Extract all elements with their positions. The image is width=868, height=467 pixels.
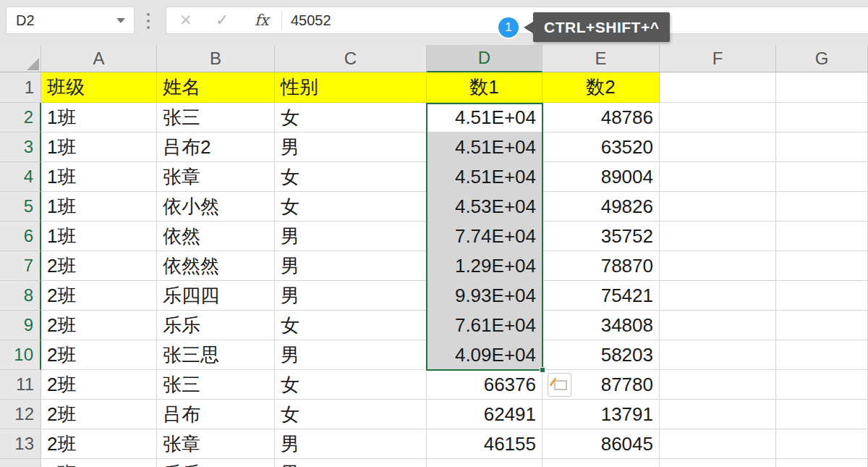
cell-C2[interactable]: 女 xyxy=(275,103,427,132)
cell-G2[interactable] xyxy=(776,103,868,132)
select-all-corner[interactable] xyxy=(0,45,41,72)
cell-C11[interactable]: 女 xyxy=(275,370,427,400)
column-header-g[interactable]: G xyxy=(776,45,868,72)
cell-F13[interactable] xyxy=(660,429,776,459)
cell-E12[interactable]: 13791 xyxy=(542,400,660,429)
row-header-12[interactable]: 12 xyxy=(0,400,41,429)
cell-B3[interactable]: 吕布2 xyxy=(157,132,275,162)
cell-E8[interactable]: 75421 xyxy=(542,281,660,311)
cell-D1[interactable]: 数1 xyxy=(427,72,542,103)
cell-D8[interactable]: 9.93E+04 xyxy=(427,281,542,311)
cell-B11[interactable]: 张三 xyxy=(157,370,275,400)
cell-G7[interactable] xyxy=(776,251,868,281)
cell-F11[interactable] xyxy=(660,370,776,400)
cell-F8[interactable] xyxy=(660,281,776,311)
cell-D13[interactable]: 46155 xyxy=(427,429,542,459)
cell-G11[interactable] xyxy=(776,370,868,400)
row-header-2[interactable]: 2 xyxy=(0,103,41,132)
formula-bar-input[interactable]: 45052 xyxy=(291,12,331,29)
cell-D10[interactable]: 4.09E+04 xyxy=(427,340,542,370)
cell-B8[interactable]: 乐四四 xyxy=(157,281,275,311)
cell-F3[interactable] xyxy=(660,132,776,162)
cell-E5[interactable]: 49826 xyxy=(542,192,660,222)
cell-G12[interactable] xyxy=(776,400,868,429)
cell-B12[interactable]: 吕布 xyxy=(157,400,275,429)
cell-E1[interactable]: 数2 xyxy=(542,72,660,103)
row-header-9[interactable]: 9 xyxy=(0,311,41,340)
insert-function-icon[interactable]: fx xyxy=(255,12,269,29)
cell-C10[interactable]: 男 xyxy=(275,340,427,370)
cell-A8[interactable]: 2班 xyxy=(41,281,157,311)
cell-D2[interactable]: 4.51E+04 xyxy=(427,103,542,132)
cell-C6[interactable]: 男 xyxy=(275,222,427,251)
row-header-3[interactable]: 3 xyxy=(0,132,41,162)
row-header-7[interactable]: 7 xyxy=(0,251,41,281)
row-header-14[interactable]: 14 xyxy=(0,459,41,467)
row-header-13[interactable]: 13 xyxy=(0,429,41,459)
cell-F14[interactable] xyxy=(660,459,776,467)
cell-A10[interactable]: 2班 xyxy=(41,340,157,370)
cell-E4[interactable]: 89004 xyxy=(542,162,660,192)
cell-D9[interactable]: 7.61E+04 xyxy=(427,311,542,340)
cell-B10[interactable]: 张三思 xyxy=(157,340,275,370)
cell-C7[interactable]: 男 xyxy=(275,251,427,281)
cell-F2[interactable] xyxy=(660,103,776,132)
cancel-icon[interactable]: ✕ xyxy=(179,12,192,29)
column-header-c[interactable]: C xyxy=(275,45,427,72)
row-header-1[interactable]: 1 xyxy=(0,72,41,103)
row-header-4[interactable]: 4 xyxy=(0,162,41,192)
cell-B7[interactable]: 依然然 xyxy=(157,251,275,281)
cell-A2[interactable]: 1班 xyxy=(41,103,157,132)
cell-A14[interactable]: 2班 xyxy=(41,459,157,467)
cell-E13[interactable]: 86045 xyxy=(542,429,660,459)
cell-B1[interactable]: 姓名 xyxy=(157,72,275,103)
cell-E6[interactable]: 35752 xyxy=(542,222,660,251)
cell-A12[interactable]: 2班 xyxy=(41,400,157,429)
cell-A6[interactable]: 1班 xyxy=(41,222,157,251)
cell-A4[interactable]: 1班 xyxy=(41,162,157,192)
cell-G3[interactable] xyxy=(776,132,868,162)
cell-C8[interactable]: 男 xyxy=(275,281,427,311)
name-box[interactable]: D2 xyxy=(6,7,135,34)
row-header-6[interactable]: 6 xyxy=(0,222,41,251)
cell-C13[interactable]: 男 xyxy=(275,429,427,459)
cell-G8[interactable] xyxy=(776,281,868,311)
column-header-a[interactable]: A xyxy=(41,45,157,72)
cell-B4[interactable]: 张章 xyxy=(157,162,275,192)
cell-B9[interactable]: 乐乐 xyxy=(157,311,275,340)
cell-B14[interactable]: 乐乐 xyxy=(157,459,275,467)
name-box-dropdown-icon[interactable] xyxy=(116,18,125,23)
cell-D4[interactable]: 4.51E+04 xyxy=(427,162,542,192)
row-header-8[interactable]: 8 xyxy=(0,281,41,311)
row-header-5[interactable]: 5 xyxy=(0,192,41,222)
cell-D14[interactable] xyxy=(427,459,542,467)
cell-G9[interactable] xyxy=(776,311,868,340)
cell-D3[interactable]: 4.51E+04 xyxy=(427,132,542,162)
cell-D12[interactable]: 62491 xyxy=(427,400,542,429)
cell-G14[interactable] xyxy=(776,459,868,467)
cell-D5[interactable]: 4.53E+04 xyxy=(427,192,542,222)
cell-F12[interactable] xyxy=(660,400,776,429)
row-header-10[interactable]: 10 xyxy=(0,340,41,370)
cell-F1[interactable] xyxy=(660,72,776,103)
cell-F4[interactable] xyxy=(660,162,776,192)
row-header-11[interactable]: 11 xyxy=(0,370,41,400)
cell-G1[interactable] xyxy=(776,72,868,103)
cell-D11[interactable]: 66376 xyxy=(427,370,542,400)
cell-B6[interactable]: 依然 xyxy=(157,222,275,251)
cell-C14[interactable]: 男 xyxy=(275,459,427,467)
cell-B5[interactable]: 依小然 xyxy=(157,192,275,222)
enter-icon[interactable]: ✓ xyxy=(216,11,229,30)
cell-G10[interactable] xyxy=(776,340,868,370)
cell-G5[interactable] xyxy=(776,192,868,222)
cell-E3[interactable]: 63520 xyxy=(542,132,660,162)
cell-A7[interactable]: 2班 xyxy=(41,251,157,281)
cell-A5[interactable]: 1班 xyxy=(41,192,157,222)
cell-E2[interactable]: 48786 xyxy=(542,103,660,132)
cell-C1[interactable]: 性别 xyxy=(275,72,427,103)
column-header-f[interactable]: F xyxy=(660,45,776,72)
cell-C4[interactable]: 女 xyxy=(275,162,427,192)
cell-F5[interactable] xyxy=(660,192,776,222)
cell-C9[interactable]: 女 xyxy=(275,311,427,340)
cell-C5[interactable]: 女 xyxy=(275,192,427,222)
